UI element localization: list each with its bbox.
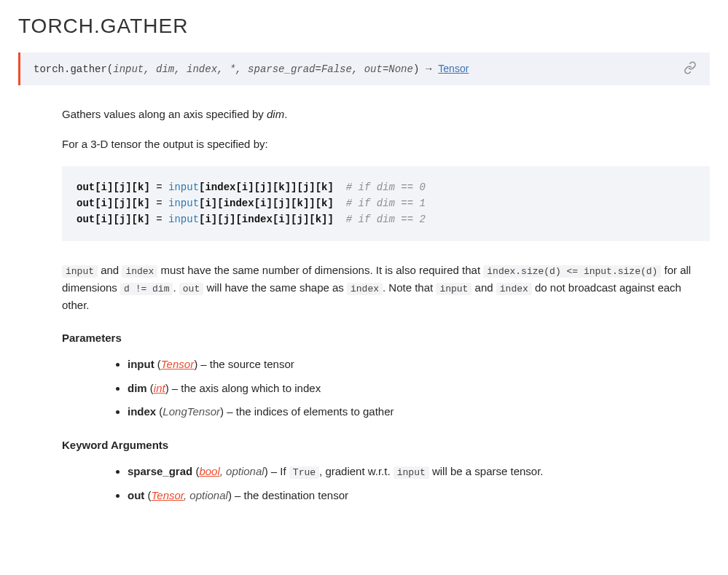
param-type: , optional (184, 489, 228, 501)
sig-close-paren: ) (413, 63, 419, 75)
dim-param: dim (267, 108, 284, 120)
param-desc: , gradient w.r.t. (319, 465, 394, 477)
param-name: input (128, 358, 154, 370)
text: . Note that (383, 281, 436, 294)
text: will have the same shape as (203, 281, 347, 294)
for-3d-text: For a 3-D tensor the output is specified… (62, 136, 710, 152)
inline-code: input (436, 283, 471, 295)
code: input (168, 197, 199, 209)
code: = (150, 181, 168, 193)
inline-code: index.size(d) <= input.size(d) (483, 265, 661, 278)
intro-paragraph: Gathers values along an axis specified b… (62, 106, 710, 122)
text: and (98, 264, 122, 276)
param-type-link[interactable]: Tensor (152, 489, 184, 501)
param-type-link[interactable]: Tensor (161, 358, 194, 370)
sig-open-paren: ( (107, 63, 113, 75)
dimensions-note: input and index must have the same numbe… (62, 262, 710, 314)
param-type: LongTensor (163, 405, 220, 418)
code-comment: # if dim == 0 (334, 181, 426, 193)
permalink-icon[interactable] (684, 61, 697, 77)
doc-body: Gathers values along an axis specified b… (62, 106, 710, 504)
code: out[i][j][k] (77, 197, 150, 209)
param-name: out (128, 489, 144, 501)
param-index: index (LongTensor) – the indices of elem… (128, 404, 710, 421)
param-type: , optional (220, 465, 265, 477)
kwargs-list: sparse_grad (bool, optional) – If True, … (62, 463, 710, 504)
param-desc: – If (268, 465, 289, 477)
code: input (168, 181, 199, 193)
inline-code: index (347, 283, 383, 295)
code: = (150, 197, 168, 209)
text: must have the same number of dimensions.… (157, 264, 483, 276)
sig-arrow: → (423, 63, 434, 74)
inline-code: out (179, 283, 203, 295)
sig-return-type[interactable]: Tensor (438, 63, 469, 74)
parameters-list: input (Tensor) – the source tensor dim (… (62, 356, 710, 421)
param-type-link[interactable]: int (154, 382, 165, 394)
param-dim: dim (int) – the axis along which to inde… (128, 380, 710, 397)
param-name: index (128, 405, 156, 418)
text: Gathers values along an axis specified b… (62, 108, 267, 120)
sig-params: input, dim, index, *, sparse_grad=False,… (113, 63, 413, 75)
kwarg-out: out (Tensor, optional) – the destination… (128, 488, 710, 504)
text: and (471, 281, 496, 294)
param-desc: – the source tensor (197, 358, 294, 370)
inline-code: index (496, 283, 532, 295)
param-type-link[interactable]: bool (199, 465, 219, 477)
text: . (173, 281, 179, 294)
kwarg-sparse-grad: sparse_grad (bool, optional) – If True, … (128, 463, 710, 480)
kwargs-heading: Keyword Arguments (62, 437, 710, 453)
inline-code: True (289, 466, 319, 479)
text: . (284, 108, 287, 120)
sig-name: gather (70, 63, 106, 75)
function-signature: torch.gather(input, dim, index, *, spars… (18, 52, 710, 85)
code: [index[i][j][k]][j][k] (199, 181, 334, 193)
code: [i][index[i][j][k]][k] (199, 197, 334, 209)
inline-code: input (62, 265, 98, 278)
param-name: dim (128, 382, 147, 394)
sig-qualifier: torch. (34, 63, 70, 75)
code: out[i][j][k] (77, 214, 150, 225)
param-desc: – the destination tensor (232, 489, 348, 501)
param-desc: will be a sparse tensor. (429, 465, 544, 477)
code: input (168, 214, 199, 225)
inline-code: d != dim (120, 283, 173, 295)
inline-code: input (394, 466, 429, 479)
parameters-heading: Parameters (62, 329, 710, 346)
code: [i][j][index[i][j][k]] (199, 214, 334, 225)
param-desc: – the axis along which to index (169, 382, 321, 394)
code: = (150, 214, 168, 225)
param-desc: – the indices of elements to gather (224, 405, 394, 418)
page-title: TORCH.GATHER (18, 15, 710, 38)
code: out[i][j][k] (77, 181, 150, 193)
param-name: sparse_grad (128, 465, 192, 477)
code-example: out[i][j][k] = input[index[i][j][k]][j][… (62, 166, 710, 241)
code-comment: # if dim == 2 (334, 214, 426, 225)
code-comment: # if dim == 1 (334, 197, 426, 209)
param-input: input (Tensor) – the source tensor (128, 356, 710, 373)
inline-code: index (122, 265, 157, 278)
